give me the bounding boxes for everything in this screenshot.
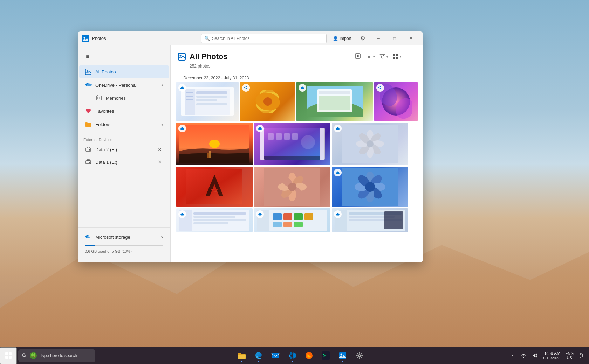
gear-icon: ⚙ (360, 35, 365, 42)
svg-rect-118 (322, 351, 330, 360)
notification-icon[interactable] (576, 351, 586, 360)
slideshow-button[interactable] (352, 51, 363, 62)
all-photos-icon (85, 68, 92, 75)
photo-thumb[interactable] (254, 167, 330, 207)
search-bar[interactable]: 🔍 (201, 34, 327, 43)
minimize-button[interactable]: ─ (370, 33, 386, 44)
window-controls: ─ □ ✕ (370, 33, 419, 44)
search-input[interactable] (212, 36, 323, 41)
photo-thumb[interactable] (296, 82, 373, 121)
remove-data2-button[interactable]: ✕ (156, 146, 163, 153)
folders-label-group: Folders (85, 121, 110, 128)
photo-thumb[interactable] (254, 208, 330, 232)
close-button[interactable]: ✕ (403, 33, 419, 44)
sidebar-item-favorites[interactable]: Favorites (79, 105, 169, 117)
svg-rect-15 (396, 54, 398, 56)
photo-thumb[interactable] (254, 122, 330, 165)
svg-point-5 (98, 97, 100, 99)
favorites-icon (85, 107, 92, 114)
taskbar-icon-settings-cog[interactable] (352, 348, 367, 363)
volume-icon[interactable] (530, 351, 540, 360)
sidebar-item-folders[interactable]: Folders ∨ (79, 118, 169, 131)
svg-rect-17 (396, 57, 398, 59)
taskbar-icon-mail[interactable] (268, 348, 283, 363)
start-button[interactable] (0, 347, 17, 364)
photo-thumb[interactable] (176, 82, 239, 121)
sidebar-item-memories[interactable]: Memories (79, 92, 169, 104)
photo-thumb[interactable] (176, 122, 253, 165)
content-actions: ▼ ▼ (352, 51, 416, 62)
photo-thumb[interactable] (332, 208, 408, 232)
view-button[interactable]: ▼ (391, 51, 403, 62)
storage-bar-fill (85, 245, 95, 246)
sidebar-item-label: All Photos (95, 69, 116, 75)
svg-rect-10 (178, 53, 185, 60)
maximize-button[interactable]: □ (386, 33, 403, 44)
taskbar-icon-vscode[interactable] (285, 348, 300, 363)
storage-header[interactable]: Microsoft storage ∨ (79, 231, 169, 243)
photo-thumb[interactable] (240, 82, 295, 121)
filter-button[interactable]: ▼ (378, 51, 390, 62)
settings-button[interactable]: ⚙ (358, 34, 368, 43)
language-indicator[interactable]: ENG US (564, 351, 575, 360)
onedrive-label-group: OneDrive - Personal (85, 82, 137, 89)
external-devices-label: External Devices (78, 135, 170, 143)
taskbar-icon-photos[interactable] (335, 348, 350, 363)
grid-icon (393, 54, 398, 60)
sidebar-divider (82, 133, 166, 133)
language-code: ENG (565, 351, 574, 356)
drive-icon-data1 (85, 159, 92, 166)
photo-grid: December 23, 2022 - July 31, 2023 (171, 71, 423, 262)
storage-chevron-icon: ∨ (161, 235, 163, 239)
view-chevron-icon: ▼ (399, 55, 402, 58)
photo-thumb[interactable] (176, 208, 253, 232)
storage-used-text: 0.6 GB used of 5 GB (13%) (85, 249, 132, 253)
taskbar-search[interactable]: Type here to search (18, 349, 95, 362)
country-code: US (567, 356, 572, 360)
content-header: All Photos (171, 46, 423, 71)
taskbar-icon-terminal[interactable] (318, 348, 334, 363)
onedrive-label: OneDrive - Personal (95, 83, 137, 88)
svg-point-11 (180, 55, 182, 57)
photo-row-2 (176, 122, 417, 165)
sidebar-item-onedrive[interactable]: OneDrive - Personal ∧ (79, 79, 169, 91)
onedrive-icon (85, 82, 92, 89)
system-tray-expand[interactable] (507, 351, 517, 360)
svg-point-7 (89, 149, 90, 150)
title-bar: Photos 🔍 👤 Import ⚙ ─ □ ✕ (78, 31, 423, 46)
photo-thumb[interactable] (374, 82, 418, 121)
sort-button[interactable]: ▼ (365, 51, 377, 62)
svg-point-1 (84, 37, 85, 38)
taskbar-icon-firefox[interactable] (301, 348, 317, 363)
taskbar-icon-file-explorer[interactable] (234, 348, 249, 363)
svg-rect-108 (9, 356, 12, 359)
more-button[interactable]: ··· (405, 51, 416, 62)
filter-chevron-icon: ▼ (386, 55, 389, 58)
sidebar-item-data2[interactable]: Data 2 (F:) ✕ (79, 144, 169, 155)
svg-rect-105 (5, 352, 8, 355)
network-icon[interactable] (519, 351, 528, 360)
taskbar-right: 8:59 AM 8/16/2023 ENG US (505, 350, 589, 361)
taskbar-icon-edge[interactable] (251, 348, 266, 363)
onedrive-storage-icon (85, 233, 92, 240)
sidebar-item-all-photos[interactable]: All Photos (79, 65, 169, 78)
sidebar-item-data1[interactable]: Data 1 (E:) ✕ (79, 156, 169, 168)
photo-thumb[interactable] (332, 122, 408, 165)
photo-thumb[interactable] (176, 167, 253, 207)
storage-header-left: Microsoft storage (85, 233, 130, 240)
photo-thumb[interactable] (332, 167, 408, 207)
hamburger-button[interactable]: ≡ (81, 50, 95, 64)
play-icon (355, 53, 361, 61)
import-button[interactable]: 👤 Import (329, 35, 355, 42)
title-bar-right: 👤 Import ⚙ (329, 34, 368, 43)
svg-point-111 (31, 354, 33, 356)
svg-point-112 (33, 354, 35, 356)
svg-rect-4 (96, 96, 101, 100)
taskbar-clock[interactable]: 8:59 AM 8/16/2023 (541, 350, 562, 361)
remove-data1-button[interactable]: ✕ (156, 159, 163, 166)
svg-rect-2 (85, 69, 91, 75)
clock-time: 8:59 AM (543, 351, 560, 356)
favorites-label: Favorites (95, 108, 114, 114)
taskbar-search-text: Type here to search (40, 353, 77, 358)
memories-label: Memories (106, 96, 126, 101)
